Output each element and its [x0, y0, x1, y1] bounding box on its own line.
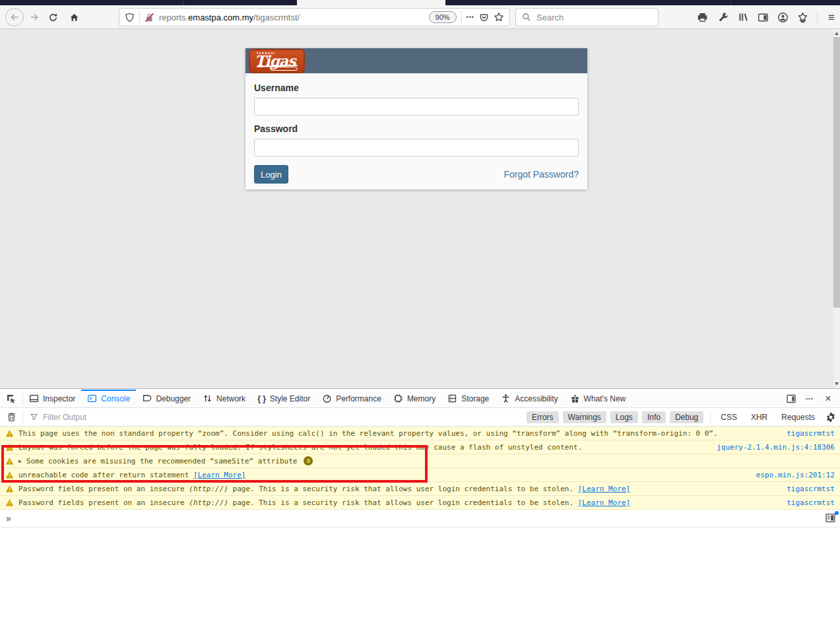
devtools-tab-bar: Inspector Console Debugger Network { } S…	[0, 390, 840, 408]
star-badge-icon	[797, 12, 808, 23]
url-bar[interactable]: reports.emastpa.com.my/tigascrmtst/ 90% …	[119, 8, 510, 26]
insecure-lock-icon[interactable]	[145, 13, 154, 22]
tab-accessibility[interactable]: Accessibility	[495, 390, 564, 407]
console-source-link[interactable]: espo.min.js:201:12	[756, 471, 835, 479]
filter-warnings-button[interactable]: Warnings	[563, 411, 606, 423]
network-icon	[203, 394, 212, 403]
console-warning-row: This page uses the non standard property…	[0, 427, 840, 440]
gift-icon	[570, 394, 580, 403]
console-message-text: Password fields present on an insecure (…	[18, 485, 777, 493]
filter-output-input[interactable]	[43, 413, 241, 422]
page-scrollbar[interactable]	[833, 29, 840, 388]
sidebar-icon	[758, 12, 769, 23]
tab-storage[interactable]: Storage	[441, 390, 495, 407]
console-input-row[interactable]: »	[0, 510, 840, 528]
pocket-icon[interactable]	[479, 13, 489, 22]
url-text[interactable]: reports.emastpa.com.my/tigascrmtst/	[159, 13, 424, 22]
devtools-close-button[interactable]: ×	[820, 391, 836, 407]
console-source-link[interactable]: tigascrmtst	[787, 498, 835, 507]
console-warning-row: Password fields present on an insecure (…	[0, 482, 840, 496]
library-button[interactable]	[734, 8, 752, 26]
learn-more-link[interactable]: [Learn More]	[578, 498, 630, 507]
console-message-text: Password fields present on an insecure (…	[18, 498, 777, 507]
password-field[interactable]	[254, 139, 579, 156]
bookmark-star-icon[interactable]	[494, 12, 504, 22]
tab-console[interactable]: Console	[81, 390, 136, 407]
console-source-link[interactable]: jquery-2.1.4.min.js:4:18306	[717, 443, 835, 452]
filter-debug-button[interactable]: Debug	[670, 411, 703, 423]
console-prompt-icon: »	[6, 513, 11, 524]
url-domain: emastpa.com.my	[188, 13, 253, 22]
printer-icon	[697, 12, 708, 23]
url-path: /tigascrmtst/	[253, 13, 300, 22]
login-button[interactable]: Login	[254, 165, 288, 184]
filter-requests-button[interactable]: Requests	[777, 411, 819, 423]
performance-icon	[322, 394, 332, 403]
developer-tools-button[interactable]	[714, 8, 732, 26]
tab-label: Memory	[407, 394, 436, 403]
inspector-icon	[29, 394, 39, 403]
sidebars-button[interactable]	[754, 8, 772, 26]
learn-more-link[interactable]: [Learn More]	[578, 485, 630, 493]
urlbar-separator	[139, 11, 140, 23]
tab-label: Performance	[336, 394, 381, 403]
devtools-meatball-menu[interactable]: •••	[802, 391, 818, 407]
account-button[interactable]	[773, 8, 792, 26]
learn-more-link[interactable]: [Learn More]	[193, 471, 245, 479]
filter-xhr-button[interactable]: XHR	[747, 411, 771, 423]
tracking-shield-icon[interactable]	[125, 13, 135, 22]
message-text: Password fields present on an insecure	[18, 485, 189, 493]
tab-whats-new[interactable]: What's New	[564, 390, 632, 407]
tab-performance[interactable]: Performance	[316, 390, 387, 407]
dock-options-button[interactable]	[783, 391, 799, 407]
wrench-icon	[718, 12, 728, 22]
username-field[interactable]	[254, 98, 579, 116]
filter-info-button[interactable]: Info	[642, 411, 666, 423]
filter-css-button[interactable]: CSS	[717, 411, 741, 423]
clear-console-button[interactable]	[0, 412, 22, 422]
page-actions-icon[interactable]: •••	[467, 14, 474, 20]
save-to-collection-button[interactable]	[793, 8, 812, 26]
warning-icon	[5, 485, 14, 493]
message-text: page. This is a security risk that allow…	[228, 498, 578, 507]
console-icon	[87, 394, 97, 403]
console-output: This page uses the non standard property…	[0, 427, 840, 510]
print-button[interactable]	[693, 8, 711, 26]
home-icon	[69, 13, 79, 22]
filter-logs-button[interactable]: Logs	[610, 411, 638, 423]
zoom-level-badge[interactable]: 90%	[429, 11, 457, 23]
active-tab-edge[interactable]	[297, 0, 445, 5]
tab-memory[interactable]: Memory	[387, 390, 441, 407]
message-text: page. This is a security risk that allow…	[228, 485, 578, 493]
console-source-link[interactable]: tigascrmtst	[787, 429, 835, 438]
message-text: Password fields present on an insecure	[18, 498, 189, 507]
menu-button[interactable]: ≡	[822, 8, 840, 26]
reload-button[interactable]	[44, 8, 62, 26]
pick-element-button[interactable]	[0, 390, 22, 407]
editor-mode-button[interactable]	[825, 512, 838, 526]
hamburger-menu-icon: ≡	[828, 12, 835, 23]
forward-button[interactable]	[25, 8, 44, 26]
password-label: Password	[254, 123, 579, 134]
tab-inspector[interactable]: Inspector	[23, 390, 81, 407]
search-bar[interactable]	[515, 8, 659, 26]
scrollbar-thumb[interactable]	[833, 37, 840, 308]
forward-arrow-icon	[30, 13, 39, 22]
home-button[interactable]	[65, 8, 83, 26]
forgot-password-link[interactable]: Forgot Password?	[503, 169, 579, 180]
username-label: Username	[254, 83, 579, 93]
tab-debugger[interactable]: Debugger	[136, 390, 197, 407]
scroll-up-arrow[interactable]	[835, 32, 839, 35]
back-arrow-icon	[10, 13, 19, 22]
expand-arrow-icon[interactable]: ▶	[18, 458, 22, 464]
node-picker-icon	[6, 394, 16, 404]
filter-errors-button[interactable]: Errors	[527, 411, 559, 423]
scroll-down-arrow[interactable]	[835, 382, 839, 386]
search-input[interactable]	[536, 13, 635, 22]
tab-style-editor[interactable]: { } Style Editor	[251, 390, 316, 407]
tab-network[interactable]: Network	[197, 390, 251, 407]
back-button[interactable]	[5, 8, 24, 26]
console-source-link[interactable]: tigascrmtst	[787, 485, 835, 493]
tab-separator	[183, 1, 183, 5]
console-settings-button[interactable]	[825, 412, 836, 423]
